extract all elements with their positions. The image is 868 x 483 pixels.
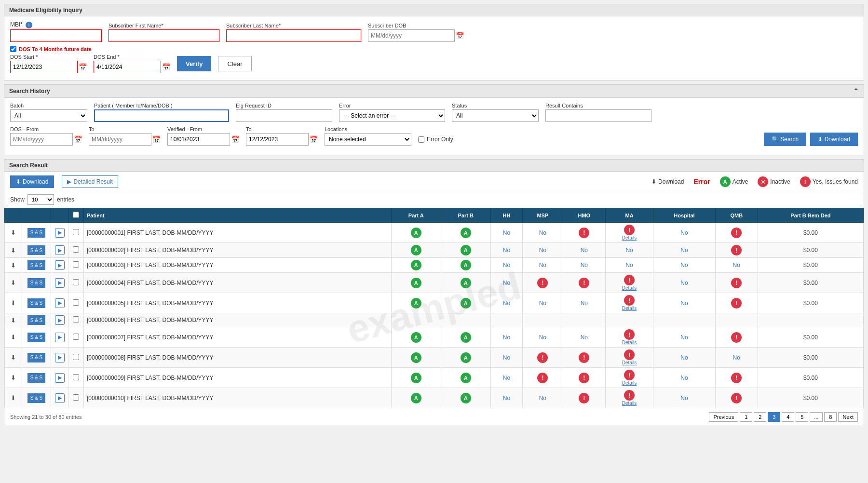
ma-error-icon: ! <box>624 295 635 306</box>
ma-details-link[interactable]: Details <box>609 340 650 345</box>
dos-future-checkbox[interactable] <box>10 46 16 52</box>
entries-select[interactable]: 10 25 50 100 <box>27 194 54 205</box>
row-download-button[interactable]: ⬇ <box>11 229 16 236</box>
row-checkbox[interactable] <box>73 354 79 360</box>
ss-button[interactable]: S & S <box>27 373 46 383</box>
error-only-checkbox[interactable] <box>418 136 424 143</box>
row-download-cell: ⬇ <box>5 388 22 408</box>
next-button[interactable]: Next <box>838 412 858 422</box>
row-download-button[interactable]: ⬇ <box>11 334 16 341</box>
row-download-button[interactable]: ⬇ <box>11 374 16 381</box>
status-select[interactable]: All Active Inactive <box>452 109 539 122</box>
verified-to-input[interactable] <box>246 133 309 146</box>
play-button[interactable]: ▶ <box>55 333 65 342</box>
patient-input[interactable] <box>94 109 229 122</box>
row-checkbox[interactable] <box>73 334 79 340</box>
ss-button[interactable]: S & S <box>27 333 46 342</box>
row-checkbox[interactable] <box>73 299 79 306</box>
ma-details-link[interactable]: Details <box>609 285 650 291</box>
history-download-button[interactable]: ⬇ Download <box>810 133 858 146</box>
play-button[interactable]: ▶ <box>55 228 65 238</box>
row-download-button[interactable]: ⬇ <box>11 262 16 269</box>
ma-details-link[interactable]: Details <box>609 401 650 406</box>
result-download-button[interactable]: ⬇ Download <box>10 175 54 188</box>
play-button[interactable]: ▶ <box>55 298 65 308</box>
ma-details-link[interactable]: Details <box>609 380 650 386</box>
play-button[interactable]: ▶ <box>55 373 65 383</box>
verified-from-calendar-icon[interactable]: 📅 <box>231 135 239 143</box>
verified-to-calendar-icon[interactable]: 📅 <box>310 135 318 143</box>
row-ss-cell: S & S <box>22 293 51 313</box>
page-2-button[interactable]: 2 <box>754 412 766 422</box>
clear-button[interactable]: Clear <box>218 56 251 71</box>
row-download-button[interactable]: ⬇ <box>11 354 16 361</box>
subscriber-dob-input[interactable] <box>368 29 455 42</box>
dos-from-input[interactable] <box>10 133 73 146</box>
prev-button[interactable]: Previous <box>709 412 738 422</box>
row-checkbox[interactable] <box>73 261 79 268</box>
mbi-input[interactable] <box>10 29 102 42</box>
play-button[interactable]: ▶ <box>55 245 65 255</box>
ss-button[interactable]: S & S <box>27 393 46 403</box>
entries-label: entries <box>57 196 74 203</box>
locations-select[interactable]: None selected <box>325 133 411 146</box>
row-checkbox[interactable] <box>73 229 79 235</box>
no-value: No <box>539 334 546 341</box>
ss-button[interactable]: S & S <box>27 278 46 288</box>
error-select[interactable]: --- Select an error --- <box>339 109 445 122</box>
subscriber-dob-calendar-icon[interactable]: 📅 <box>456 32 464 40</box>
verified-from-input[interactable] <box>167 133 230 146</box>
dos-end-calendar-icon[interactable]: 📅 <box>162 63 170 71</box>
verify-button[interactable]: Verify <box>177 56 211 71</box>
page-4-button[interactable]: 4 <box>782 412 794 422</box>
detailed-result-button[interactable]: ▶ Detailed Result <box>62 175 118 188</box>
row-checkbox[interactable] <box>73 316 79 322</box>
row-checkbox[interactable] <box>73 246 79 253</box>
select-all-checkbox[interactable] <box>73 212 79 218</box>
row-download-button[interactable]: ⬇ <box>11 299 16 307</box>
page-8-button[interactable]: 8 <box>824 412 837 422</box>
ss-button[interactable]: S & S <box>27 260 46 270</box>
ma-details-link[interactable]: Details <box>609 235 650 241</box>
ss-button[interactable]: S & S <box>27 298 46 308</box>
play-button[interactable]: ▶ <box>55 353 65 362</box>
result-contains-input[interactable] <box>545 109 651 122</box>
search-button[interactable]: 🔍 Search <box>764 133 806 146</box>
active-icon: A <box>411 332 421 343</box>
play-button[interactable]: ▶ <box>55 315 65 325</box>
page-5-button[interactable]: 5 <box>796 412 808 422</box>
row-checkbox[interactable] <box>73 374 79 380</box>
mbi-info-icon[interactable]: i <box>26 22 32 28</box>
play-button[interactable]: ▶ <box>55 278 65 288</box>
collapse-icon[interactable]: ⌃ <box>853 87 859 95</box>
dos-end-input[interactable] <box>94 61 161 73</box>
dos-start-input[interactable] <box>10 61 78 73</box>
row-checkbox-cell <box>68 388 84 408</box>
row-download-button[interactable]: ⬇ <box>11 279 16 286</box>
dos-to-input[interactable] <box>89 133 151 146</box>
ss-button[interactable]: S & S <box>27 353 46 362</box>
subscriber-first-name-input[interactable] <box>108 29 219 42</box>
subscriber-last-name-input[interactable] <box>226 29 361 42</box>
ma-details-link[interactable]: Details <box>609 306 650 311</box>
play-button[interactable]: ▶ <box>55 260 65 270</box>
row-download-button[interactable]: ⬇ <box>11 247 16 254</box>
row-download-button[interactable]: ⬇ <box>11 317 16 324</box>
page-3-button[interactable]: 3 <box>768 412 780 422</box>
elg-request-id-input[interactable] <box>236 109 332 122</box>
batch-select[interactable]: All <box>10 109 87 122</box>
row-checkbox[interactable] <box>73 279 79 285</box>
pagination-buttons[interactable]: Previous 1 2 3 4 5 ... 8 Next <box>709 412 858 422</box>
dos-from-calendar-icon[interactable]: 📅 <box>74 135 82 143</box>
ss-button[interactable]: S & S <box>27 245 46 255</box>
row-checkbox[interactable] <box>73 394 79 401</box>
patient-cell: [00000000004] FIRST LAST, DOB-MM/DD/YYYY <box>84 273 392 293</box>
dos-to-calendar-icon[interactable]: 📅 <box>152 135 161 143</box>
ss-button[interactable]: S & S <box>27 228 46 238</box>
play-button[interactable]: ▶ <box>55 393 65 403</box>
page-1-button[interactable]: 1 <box>740 412 752 422</box>
row-download-button[interactable]: ⬇ <box>11 394 16 402</box>
dos-start-calendar-icon[interactable]: 📅 <box>79 63 87 71</box>
ma-details-link[interactable]: Details <box>609 360 650 365</box>
ss-button[interactable]: S & S <box>27 315 46 325</box>
